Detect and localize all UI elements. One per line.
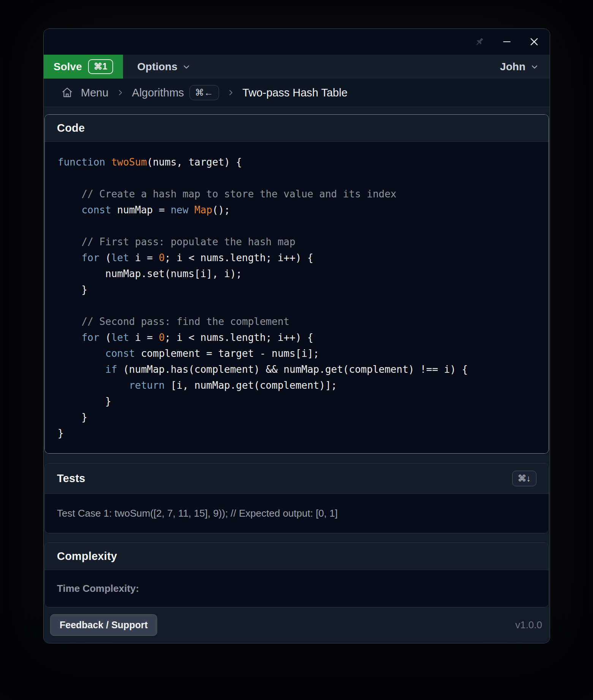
main-content: Code function twoSum(nums, target) { // … <box>44 107 550 643</box>
complexity-body: Time Complexity: <box>45 570 549 607</box>
code-line: numMap.set(nums[i], i); <box>58 266 536 282</box>
breadcrumb-current-page: Two-pass Hash Table <box>243 87 348 99</box>
breadcrumb-algorithms-label: Algorithms <box>132 87 184 99</box>
code-line: } <box>58 409 536 425</box>
solve-label: Solve <box>54 61 82 73</box>
toolbar-spacer <box>191 55 500 79</box>
code-line: return [i, numMap.get(complement)]; <box>58 377 536 393</box>
breadcrumb-item-menu[interactable]: Menu <box>81 87 109 99</box>
user-label: John <box>500 61 525 73</box>
tests-panel-header: Tests ⌘↓ <box>45 464 549 494</box>
code-line: } <box>58 393 536 409</box>
code-line <box>58 298 536 314</box>
tests-body: Test Case 1: twoSum([2, 7, 11, 15], 9));… <box>45 494 549 533</box>
complexity-panel-header: Complexity <box>45 543 549 570</box>
code-line: // Second pass: find the complement <box>58 314 536 330</box>
toolbar: Solve ⌘1 Options John <box>44 55 550 79</box>
close-icon[interactable] <box>528 36 540 47</box>
breadcrumb-menu-label: Menu <box>81 87 109 99</box>
minimize-icon[interactable] <box>501 36 513 47</box>
time-complexity-label: Time Complexity: <box>57 583 536 594</box>
code-editor[interactable]: function twoSum(nums, target) { // Creat… <box>45 142 549 453</box>
code-block: function twoSum(nums, target) { // Creat… <box>58 154 536 441</box>
chevron-down-icon <box>530 62 539 71</box>
pin-icon[interactable] <box>474 36 485 47</box>
tests-panel-title: Tests <box>57 472 85 485</box>
code-line: if (numMap.has(complement) && numMap.get… <box>58 361 536 377</box>
tests-panel: Tests ⌘↓ Test Case 1: twoSum([2, 7, 11, … <box>44 463 549 533</box>
code-line: for (let i = 0; i < nums.length; i++) { <box>58 250 536 266</box>
code-panel: Code function twoSum(nums, target) { // … <box>44 114 549 454</box>
code-line: // Create a hash map to store the value … <box>58 186 536 202</box>
code-line: // First pass: populate the hash map <box>58 234 536 250</box>
code-line <box>58 170 536 186</box>
code-line: } <box>58 425 536 441</box>
home-icon[interactable] <box>61 87 73 99</box>
options-label: Options <box>137 61 178 73</box>
breadcrumb: Menu Algorithms ⌘← Two-pass Hash Table <box>44 79 550 107</box>
code-line: function twoSum(nums, target) { <box>58 154 536 170</box>
chevron-right-icon <box>116 88 125 97</box>
feedback-support-button[interactable]: Feedback / Support <box>50 614 157 636</box>
test-case-1: Test Case 1: twoSum([2, 7, 11, 15], 9));… <box>57 508 536 519</box>
breadcrumb-item-algorithms[interactable]: Algorithms ⌘← <box>132 85 219 100</box>
code-line: } <box>58 282 536 298</box>
code-line: const numMap = new Map(); <box>58 202 536 218</box>
tests-shortcut-badge[interactable]: ⌘↓ <box>512 471 537 486</box>
code-panel-header: Code <box>45 115 549 142</box>
solve-shortcut-badge: ⌘1 <box>88 59 113 74</box>
code-line <box>58 218 536 234</box>
algorithms-shortcut-badge: ⌘← <box>189 85 219 100</box>
complexity-panel-title: Complexity <box>57 550 117 563</box>
chevron-down-icon <box>182 62 191 71</box>
solve-button[interactable]: Solve ⌘1 <box>44 55 123 79</box>
window-footer: Feedback / Support v1.0.0 <box>44 607 549 643</box>
app-window: Solve ⌘1 Options John Menu <box>43 28 550 643</box>
code-panel-title: Code <box>57 122 85 134</box>
complexity-panel: Complexity Time Complexity: <box>44 542 549 607</box>
user-menu-button[interactable]: John <box>500 55 539 79</box>
title-bar <box>44 29 550 55</box>
code-line: const complement = target - nums[i]; <box>58 345 536 361</box>
options-menu-button[interactable]: Options <box>137 55 191 79</box>
code-line: for (let i = 0; i < nums.length; i++) { <box>58 330 536 345</box>
chevron-right-icon <box>227 88 235 97</box>
version-label: v1.0.0 <box>515 619 542 631</box>
